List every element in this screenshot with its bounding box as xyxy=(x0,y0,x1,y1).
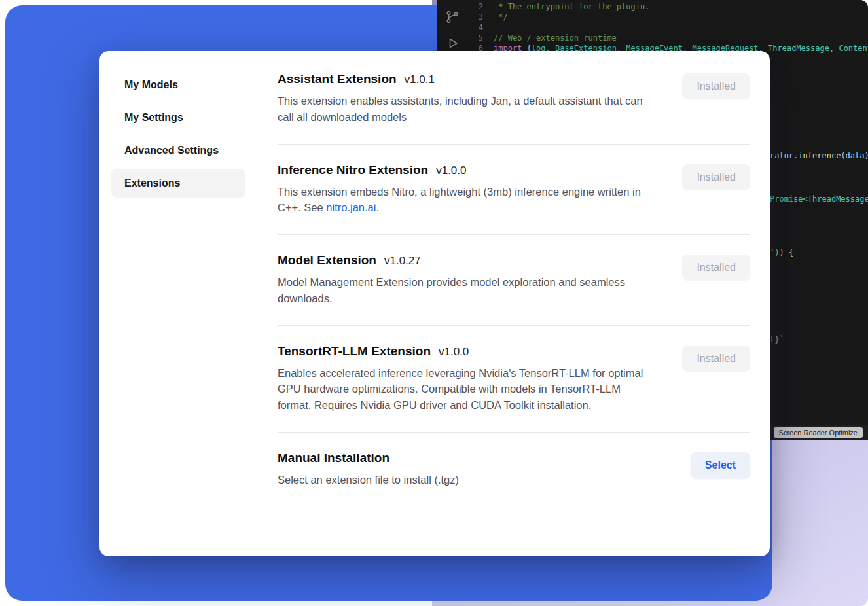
select-file-button[interactable]: Select xyxy=(691,452,750,478)
installed-button[interactable]: Installed xyxy=(682,164,750,190)
extension-title: TensortRT-LLM Extension xyxy=(278,344,431,359)
settings-modal: My Models My Settings Advanced Settings … xyxy=(99,51,770,556)
installed-button[interactable]: Installed xyxy=(682,73,750,99)
sidebar-item-label: My Models xyxy=(124,79,178,91)
nitro-jan-ai-link[interactable]: nitro.jan.ai. xyxy=(326,202,379,213)
extension-title: Assistant Extension xyxy=(278,72,397,86)
code-fragment: t}` xyxy=(770,335,784,344)
installed-button[interactable]: Installed xyxy=(682,255,750,281)
source-control-icon[interactable] xyxy=(444,9,460,25)
code-line: 2 * The entrypoint for the plugin. xyxy=(469,1,868,12)
code-area: 2 * The entrypoint for the plugin. 3 */ … xyxy=(469,1,868,54)
installed-button[interactable]: Installed xyxy=(682,346,750,372)
extension-title: Model Extension xyxy=(278,253,376,268)
extension-row-tensorrt-llm: TensortRT-LLM Extension v1.0.0 Enables a… xyxy=(278,326,750,433)
settings-sidebar: My Models My Settings Advanced Settings … xyxy=(99,51,255,556)
code-fragment: ')) { xyxy=(770,248,793,257)
run-debug-icon[interactable] xyxy=(444,35,460,51)
extension-description: This extension enables assistants, inclu… xyxy=(278,93,656,126)
code-fragment: Promise<ThreadMessage> xyxy=(770,194,868,204)
screen-reader-badge[interactable]: Screen Reader Optimize xyxy=(774,427,863,438)
code-line: 3 */ xyxy=(469,12,868,22)
sidebar-item-my-models[interactable]: My Models xyxy=(111,71,245,99)
extensions-list: Assistant Extension v1.0.1 This extensio… xyxy=(255,51,770,556)
code-line: 5 // Web / extension runtime xyxy=(469,33,868,43)
extension-row-assistant: Assistant Extension v1.0.1 This extensio… xyxy=(278,51,750,145)
code-line: 4 xyxy=(469,22,868,33)
extension-row-inference-nitro: Inference Nitro Extension v1.0.0 This ex… xyxy=(278,145,750,236)
manual-installation-title: Manual Installation xyxy=(278,451,389,465)
manual-installation-description: Select an extension file to install (.tg… xyxy=(278,472,459,488)
screenshot-canvas: 2 * The entrypoint for the plugin. 3 */ … xyxy=(0,0,868,606)
extension-title: Inference Nitro Extension xyxy=(278,163,428,177)
manual-installation-row: Manual Installation Select an extension … xyxy=(278,433,750,507)
sidebar-item-advanced-settings[interactable]: Advanced Settings xyxy=(111,136,245,165)
code-fragment: rator.inference(data)); xyxy=(770,151,868,160)
extension-description: This extension embeds Nitro, a lightweig… xyxy=(278,184,656,217)
extension-row-model: Model Extension v1.0.27 Model Management… xyxy=(278,235,750,326)
sidebar-item-label: Extensions xyxy=(124,177,180,189)
sidebar-item-label: My Settings xyxy=(124,112,183,124)
extension-version: v1.0.27 xyxy=(384,255,421,268)
extension-version: v1.0.1 xyxy=(405,73,435,86)
sidebar-item-label: Advanced Settings xyxy=(124,145,219,156)
sidebar-item-my-settings[interactable]: My Settings xyxy=(111,103,245,132)
extension-description: Model Management Extension provides mode… xyxy=(278,274,656,307)
extension-version: v1.0.0 xyxy=(436,164,466,177)
sidebar-item-extensions[interactable]: Extensions xyxy=(111,169,245,198)
extension-description: Enables accelerated inference leveraging… xyxy=(278,365,656,414)
extension-version: v1.0.0 xyxy=(439,346,469,359)
